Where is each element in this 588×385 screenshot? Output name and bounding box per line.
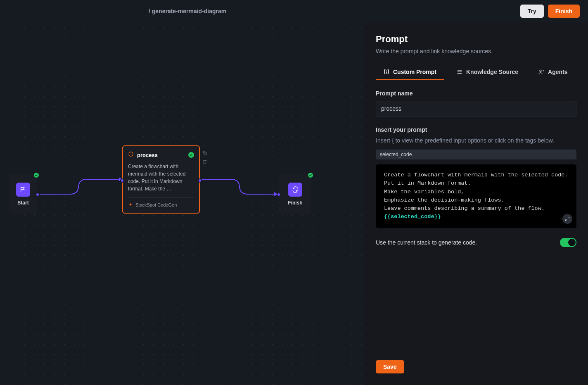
insert-prompt-label: Insert your prompt: [376, 126, 576, 133]
prompt-name-input[interactable]: [376, 101, 576, 116]
check-badge-icon: [188, 152, 194, 158]
stack-icon: [456, 69, 463, 75]
braces-icon: [383, 69, 390, 75]
panel-tabs: Custom Prompt Knowledge Source Agents: [376, 64, 576, 80]
start-node-label: Start: [17, 200, 28, 206]
variable-chip[interactable]: selected_code: [376, 150, 576, 159]
svg-point-4: [540, 70, 541, 71]
toggle-knob: [568, 239, 576, 246]
stack-toggle[interactable]: [560, 238, 576, 247]
flag-icon: [16, 183, 30, 197]
output-port[interactable]: [36, 192, 40, 197]
panel-title: Prompt: [376, 34, 576, 45]
editor-line: Make the variables bold,: [384, 188, 568, 196]
hexagon-icon: [128, 151, 134, 159]
prompt-name-label: Prompt name: [376, 90, 576, 97]
node-tools: [202, 150, 208, 165]
model-icon: [128, 202, 133, 208]
header-actions: Try Finish: [520, 5, 580, 18]
flow-canvas[interactable]: Start process Create a f: [0, 22, 364, 385]
main: Start process Create a f: [0, 22, 588, 385]
svg-rect-2: [204, 152, 207, 155]
output-port[interactable]: [198, 178, 202, 183]
start-node[interactable]: Start: [9, 174, 37, 214]
editor-variable: {{selected_code}}: [384, 213, 568, 221]
header: / generate-mermaid-diagram Try Finish: [0, 0, 588, 22]
side-panel: Prompt Write the prompt and link knowled…: [364, 22, 588, 385]
editor-line: Create a flowchart with mermaid with the…: [384, 171, 568, 179]
insert-prompt-hint: Insert { to view the predefined input op…: [376, 137, 576, 144]
tab-label: Custom Prompt: [393, 69, 436, 75]
tab-agents[interactable]: Agents: [531, 64, 575, 80]
breadcrumb: / generate-mermaid-diagram: [149, 8, 226, 14]
panel-subtitle: Write the prompt and link knowledge sour…: [376, 48, 576, 55]
try-button[interactable]: Try: [520, 5, 544, 18]
process-node-description: Create a flowchart with mermaid with the…: [128, 163, 194, 192]
tab-label: Knowledge Source: [466, 69, 518, 75]
editor-line: Put it in Markdown format.: [384, 179, 568, 188]
expand-icon: [565, 216, 570, 221]
agents-icon: [538, 69, 545, 75]
process-node-title: process: [137, 152, 185, 158]
input-port[interactable]: [120, 178, 124, 183]
finish-node-label: Finish: [288, 200, 302, 206]
editor-line: Emphasize the decision-making flows.: [384, 196, 568, 204]
stack-toggle-row: Use the current stack to generate code.: [376, 238, 576, 247]
expand-button[interactable]: [562, 214, 572, 224]
input-port[interactable]: [277, 192, 281, 197]
prompt-editor[interactable]: Create a flowchart with mermaid with the…: [376, 164, 576, 228]
check-badge-icon: [33, 172, 40, 178]
finish-icon: [288, 183, 302, 197]
process-node[interactable]: process Create a flowchart with mermaid …: [122, 145, 200, 214]
stack-toggle-label: Use the current stack to generate code.: [376, 239, 477, 246]
save-button[interactable]: Save: [376, 360, 404, 373]
process-footer: StackSpot CodeGen: [128, 197, 194, 208]
check-badge-icon: [307, 172, 314, 178]
finish-node[interactable]: Finish: [279, 174, 311, 214]
tab-label: Agents: [548, 69, 567, 75]
finish-button[interactable]: Finish: [548, 5, 580, 18]
svg-point-3: [130, 204, 132, 206]
editor-line: Leave comments describing a summary of t…: [384, 204, 568, 213]
process-model-label: StackSpot CodeGen: [135, 202, 177, 207]
panel-footer: Save: [376, 352, 576, 373]
delete-icon[interactable]: [202, 159, 208, 165]
copy-icon[interactable]: [202, 150, 208, 156]
tab-knowledge-source[interactable]: Knowledge Source: [449, 64, 526, 80]
process-header: process: [128, 151, 194, 159]
tab-custom-prompt[interactable]: Custom Prompt: [376, 64, 444, 80]
